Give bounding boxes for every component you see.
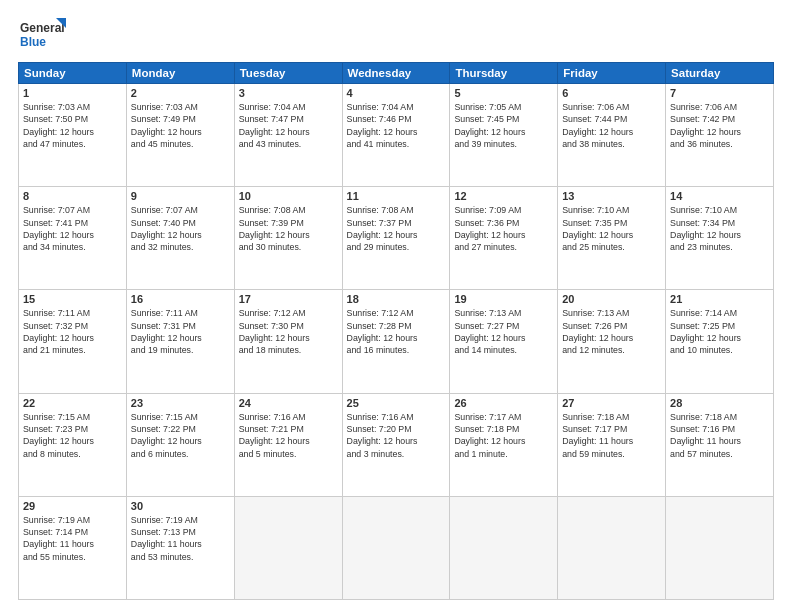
day-cell: 29Sunrise: 7:19 AM Sunset: 7:14 PM Dayli… xyxy=(19,496,127,599)
column-headers: SundayMondayTuesdayWednesdayThursdayFrid… xyxy=(19,63,774,84)
day-number: 24 xyxy=(239,397,338,409)
day-cell: 9Sunrise: 7:07 AM Sunset: 7:40 PM Daylig… xyxy=(126,187,234,290)
day-number: 17 xyxy=(239,293,338,305)
day-number: 1 xyxy=(23,87,122,99)
day-number: 26 xyxy=(454,397,553,409)
day-number: 23 xyxy=(131,397,230,409)
day-number: 29 xyxy=(23,500,122,512)
week-row-2: 8Sunrise: 7:07 AM Sunset: 7:41 PM Daylig… xyxy=(19,187,774,290)
day-number: 2 xyxy=(131,87,230,99)
header: General Blue xyxy=(18,16,774,54)
logo: General Blue xyxy=(18,16,68,54)
svg-text:Blue: Blue xyxy=(20,35,46,49)
day-info: Sunrise: 7:10 AM Sunset: 7:35 PM Dayligh… xyxy=(562,204,661,253)
day-number: 5 xyxy=(454,87,553,99)
week-row-1: 1Sunrise: 7:03 AM Sunset: 7:50 PM Daylig… xyxy=(19,84,774,187)
day-info: Sunrise: 7:03 AM Sunset: 7:50 PM Dayligh… xyxy=(23,101,122,150)
day-cell: 2Sunrise: 7:03 AM Sunset: 7:49 PM Daylig… xyxy=(126,84,234,187)
day-cell: 16Sunrise: 7:11 AM Sunset: 7:31 PM Dayli… xyxy=(126,290,234,393)
day-cell: 11Sunrise: 7:08 AM Sunset: 7:37 PM Dayli… xyxy=(342,187,450,290)
day-info: Sunrise: 7:14 AM Sunset: 7:25 PM Dayligh… xyxy=(670,307,769,356)
day-info: Sunrise: 7:09 AM Sunset: 7:36 PM Dayligh… xyxy=(454,204,553,253)
day-number: 18 xyxy=(347,293,446,305)
calendar-body: 1Sunrise: 7:03 AM Sunset: 7:50 PM Daylig… xyxy=(19,84,774,600)
svg-text:General: General xyxy=(20,21,65,35)
day-info: Sunrise: 7:19 AM Sunset: 7:14 PM Dayligh… xyxy=(23,514,122,563)
day-cell: 25Sunrise: 7:16 AM Sunset: 7:20 PM Dayli… xyxy=(342,393,450,496)
day-number: 30 xyxy=(131,500,230,512)
day-cell: 10Sunrise: 7:08 AM Sunset: 7:39 PM Dayli… xyxy=(234,187,342,290)
day-cell: 15Sunrise: 7:11 AM Sunset: 7:32 PM Dayli… xyxy=(19,290,127,393)
col-header-tuesday: Tuesday xyxy=(234,63,342,84)
col-header-friday: Friday xyxy=(558,63,666,84)
day-cell: 30Sunrise: 7:19 AM Sunset: 7:13 PM Dayli… xyxy=(126,496,234,599)
day-info: Sunrise: 7:10 AM Sunset: 7:34 PM Dayligh… xyxy=(670,204,769,253)
day-number: 27 xyxy=(562,397,661,409)
day-cell: 27Sunrise: 7:18 AM Sunset: 7:17 PM Dayli… xyxy=(558,393,666,496)
day-number: 8 xyxy=(23,190,122,202)
day-number: 7 xyxy=(670,87,769,99)
day-info: Sunrise: 7:12 AM Sunset: 7:30 PM Dayligh… xyxy=(239,307,338,356)
day-info: Sunrise: 7:11 AM Sunset: 7:32 PM Dayligh… xyxy=(23,307,122,356)
day-cell: 24Sunrise: 7:16 AM Sunset: 7:21 PM Dayli… xyxy=(234,393,342,496)
day-number: 15 xyxy=(23,293,122,305)
day-cell: 4Sunrise: 7:04 AM Sunset: 7:46 PM Daylig… xyxy=(342,84,450,187)
day-info: Sunrise: 7:18 AM Sunset: 7:17 PM Dayligh… xyxy=(562,411,661,460)
day-cell: 14Sunrise: 7:10 AM Sunset: 7:34 PM Dayli… xyxy=(666,187,774,290)
day-info: Sunrise: 7:13 AM Sunset: 7:27 PM Dayligh… xyxy=(454,307,553,356)
col-header-saturday: Saturday xyxy=(666,63,774,84)
week-row-5: 29Sunrise: 7:19 AM Sunset: 7:14 PM Dayli… xyxy=(19,496,774,599)
day-info: Sunrise: 7:17 AM Sunset: 7:18 PM Dayligh… xyxy=(454,411,553,460)
col-header-sunday: Sunday xyxy=(19,63,127,84)
day-info: Sunrise: 7:07 AM Sunset: 7:41 PM Dayligh… xyxy=(23,204,122,253)
day-cell: 28Sunrise: 7:18 AM Sunset: 7:16 PM Dayli… xyxy=(666,393,774,496)
day-info: Sunrise: 7:12 AM Sunset: 7:28 PM Dayligh… xyxy=(347,307,446,356)
day-cell: 6Sunrise: 7:06 AM Sunset: 7:44 PM Daylig… xyxy=(558,84,666,187)
day-number: 10 xyxy=(239,190,338,202)
day-info: Sunrise: 7:18 AM Sunset: 7:16 PM Dayligh… xyxy=(670,411,769,460)
day-cell xyxy=(666,496,774,599)
day-info: Sunrise: 7:04 AM Sunset: 7:46 PM Dayligh… xyxy=(347,101,446,150)
day-cell: 12Sunrise: 7:09 AM Sunset: 7:36 PM Dayli… xyxy=(450,187,558,290)
day-info: Sunrise: 7:05 AM Sunset: 7:45 PM Dayligh… xyxy=(454,101,553,150)
day-info: Sunrise: 7:08 AM Sunset: 7:39 PM Dayligh… xyxy=(239,204,338,253)
day-info: Sunrise: 7:16 AM Sunset: 7:20 PM Dayligh… xyxy=(347,411,446,460)
day-info: Sunrise: 7:16 AM Sunset: 7:21 PM Dayligh… xyxy=(239,411,338,460)
day-number: 9 xyxy=(131,190,230,202)
logo-svg: General Blue xyxy=(18,16,68,54)
day-info: Sunrise: 7:04 AM Sunset: 7:47 PM Dayligh… xyxy=(239,101,338,150)
day-number: 14 xyxy=(670,190,769,202)
day-info: Sunrise: 7:11 AM Sunset: 7:31 PM Dayligh… xyxy=(131,307,230,356)
day-number: 6 xyxy=(562,87,661,99)
day-cell: 3Sunrise: 7:04 AM Sunset: 7:47 PM Daylig… xyxy=(234,84,342,187)
day-cell: 7Sunrise: 7:06 AM Sunset: 7:42 PM Daylig… xyxy=(666,84,774,187)
day-number: 13 xyxy=(562,190,661,202)
day-cell: 20Sunrise: 7:13 AM Sunset: 7:26 PM Dayli… xyxy=(558,290,666,393)
day-number: 21 xyxy=(670,293,769,305)
day-info: Sunrise: 7:06 AM Sunset: 7:44 PM Dayligh… xyxy=(562,101,661,150)
col-header-wednesday: Wednesday xyxy=(342,63,450,84)
day-cell xyxy=(558,496,666,599)
day-info: Sunrise: 7:06 AM Sunset: 7:42 PM Dayligh… xyxy=(670,101,769,150)
day-info: Sunrise: 7:15 AM Sunset: 7:22 PM Dayligh… xyxy=(131,411,230,460)
day-info: Sunrise: 7:13 AM Sunset: 7:26 PM Dayligh… xyxy=(562,307,661,356)
day-number: 4 xyxy=(347,87,446,99)
day-number: 11 xyxy=(347,190,446,202)
day-cell: 17Sunrise: 7:12 AM Sunset: 7:30 PM Dayli… xyxy=(234,290,342,393)
day-number: 28 xyxy=(670,397,769,409)
day-cell: 23Sunrise: 7:15 AM Sunset: 7:22 PM Dayli… xyxy=(126,393,234,496)
day-info: Sunrise: 7:07 AM Sunset: 7:40 PM Dayligh… xyxy=(131,204,230,253)
day-cell: 8Sunrise: 7:07 AM Sunset: 7:41 PM Daylig… xyxy=(19,187,127,290)
page: General Blue SundayMondayTuesdayWednesda… xyxy=(0,0,792,612)
day-cell: 22Sunrise: 7:15 AM Sunset: 7:23 PM Dayli… xyxy=(19,393,127,496)
day-cell: 5Sunrise: 7:05 AM Sunset: 7:45 PM Daylig… xyxy=(450,84,558,187)
day-cell xyxy=(450,496,558,599)
day-number: 20 xyxy=(562,293,661,305)
day-number: 22 xyxy=(23,397,122,409)
day-cell: 26Sunrise: 7:17 AM Sunset: 7:18 PM Dayli… xyxy=(450,393,558,496)
day-info: Sunrise: 7:15 AM Sunset: 7:23 PM Dayligh… xyxy=(23,411,122,460)
calendar-table: SundayMondayTuesdayWednesdayThursdayFrid… xyxy=(18,62,774,600)
day-cell: 18Sunrise: 7:12 AM Sunset: 7:28 PM Dayli… xyxy=(342,290,450,393)
day-number: 16 xyxy=(131,293,230,305)
day-number: 25 xyxy=(347,397,446,409)
